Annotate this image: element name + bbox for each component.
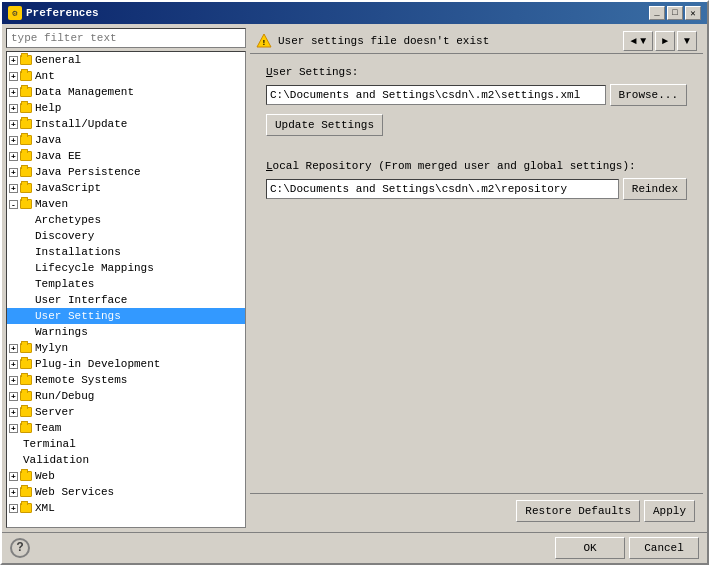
tree-item-validation[interactable]: Validation — [7, 452, 245, 468]
tree-item-templates[interactable]: Templates — [7, 276, 245, 292]
user-settings-input-row: Browse... — [266, 84, 687, 106]
tree-item-general[interactable]: + General — [7, 52, 245, 68]
expander-java-ee[interactable]: + — [9, 152, 18, 161]
expander-mylyn[interactable]: + — [9, 344, 18, 353]
expander-data-mgmt[interactable]: + — [9, 88, 18, 97]
user-settings-input[interactable] — [266, 85, 606, 105]
nav-forward-button[interactable]: ► — [655, 31, 675, 51]
local-repo-input-row: Reindex — [266, 178, 687, 200]
warning-text: User settings file doesn't exist — [278, 35, 489, 47]
ok-button[interactable]: OK — [555, 537, 625, 559]
expander-plugin-dev[interactable]: + — [9, 360, 18, 369]
expander-web-services[interactable]: + — [9, 488, 18, 497]
titlebar-buttons: _ □ ✕ — [649, 6, 701, 20]
tree-item-user-settings[interactable]: User Settings — [7, 308, 245, 324]
folder-icon-java-persistence — [19, 165, 33, 179]
tree-item-terminal[interactable]: Terminal — [7, 436, 245, 452]
expander-terminal — [9, 437, 23, 451]
expander-server[interactable]: + — [9, 408, 18, 417]
titlebar-left: ⚙ Preferences — [8, 6, 99, 20]
top-toolbar: ! User settings file doesn't exist ◄▼ ► … — [250, 28, 703, 54]
tree-item-discovery[interactable]: Discovery — [7, 228, 245, 244]
expander-help[interactable]: + — [9, 104, 18, 113]
local-repo-underline: L — [266, 160, 273, 172]
help-button[interactable]: ? — [10, 538, 30, 558]
tree-label-mylyn: Mylyn — [35, 342, 68, 354]
minimize-button[interactable]: _ — [649, 6, 665, 20]
expander-general[interactable]: + — [9, 56, 18, 65]
nav-dropdown-button[interactable]: ▼ — [677, 31, 697, 51]
nav-back-button[interactable]: ◄▼ — [623, 31, 653, 51]
tree-label-terminal: Terminal — [23, 438, 76, 450]
folder-icon-xml — [19, 501, 33, 515]
user-settings-label-rest: ser Settings: — [273, 66, 359, 78]
folder-icon-web-services — [19, 485, 33, 499]
expander-user-interface — [21, 293, 35, 307]
tree-item-install-update[interactable]: + Install/Update — [7, 116, 245, 132]
expander-ant[interactable]: + — [9, 72, 18, 81]
tree-item-remote-systems[interactable]: + Remote Systems — [7, 372, 245, 388]
tree-item-maven[interactable]: - Maven — [7, 196, 245, 212]
tree-label-plugin-dev: Plug-in Development — [35, 358, 160, 370]
tree-item-archetypes[interactable]: Archetypes — [7, 212, 245, 228]
expander-java[interactable]: + — [9, 136, 18, 145]
expander-install[interactable]: + — [9, 120, 18, 129]
close-button[interactable]: ✕ — [685, 6, 701, 20]
tree-item-xml[interactable]: + XML — [7, 500, 245, 516]
tree-item-lifecycle-mappings[interactable]: Lifecycle Mappings — [7, 260, 245, 276]
expander-team[interactable]: + — [9, 424, 18, 433]
apply-button[interactable]: Apply — [644, 500, 695, 522]
tree-item-installations[interactable]: Installations — [7, 244, 245, 260]
folder-icon-web — [19, 469, 33, 483]
expander-run-debug[interactable]: + — [9, 392, 18, 401]
tree-item-ant[interactable]: + Ant — [7, 68, 245, 84]
tree-item-javascript[interactable]: + JavaScript — [7, 180, 245, 196]
expander-xml[interactable]: + — [9, 504, 18, 513]
maximize-button[interactable]: □ — [667, 6, 683, 20]
tree-item-run-debug[interactable]: + Run/Debug — [7, 388, 245, 404]
right-panel: ! User settings file doesn't exist ◄▼ ► … — [250, 28, 703, 528]
folder-icon-ant — [19, 69, 33, 83]
folder-icon-install — [19, 117, 33, 131]
tree-item-java-ee[interactable]: + Java EE — [7, 148, 245, 164]
warning-area: ! User settings file doesn't exist — [256, 33, 489, 49]
tree-item-warnings[interactable]: Warnings — [7, 324, 245, 340]
folder-icon-server — [19, 405, 33, 419]
tree-item-user-interface[interactable]: User Interface — [7, 292, 245, 308]
update-settings-button[interactable]: Update Settings — [266, 114, 383, 136]
tree-label-javascript: JavaScript — [35, 182, 101, 194]
folder-icon-data-mgmt — [19, 85, 33, 99]
folder-icon-maven — [19, 197, 33, 211]
warning-icon: ! — [256, 33, 272, 49]
main-content: User Settings: Browse... Update Settings… — [250, 54, 703, 493]
expander-lifecycle — [21, 261, 35, 275]
tree-item-web-services[interactable]: + Web Services — [7, 484, 245, 500]
filter-input[interactable] — [6, 28, 246, 48]
window-icon: ⚙ — [8, 6, 22, 20]
expander-archetypes — [21, 213, 35, 227]
tree-label-validation: Validation — [23, 454, 89, 466]
expander-java-persistence[interactable]: + — [9, 168, 18, 177]
tree-item-mylyn[interactable]: + Mylyn — [7, 340, 245, 356]
cancel-button[interactable]: Cancel — [629, 537, 699, 559]
tree-item-java-persistence[interactable]: + Java Persistence — [7, 164, 245, 180]
tree-item-team[interactable]: + Team — [7, 420, 245, 436]
local-repo-input[interactable] — [266, 179, 619, 199]
tree-item-plugin-dev[interactable]: + Plug-in Development — [7, 356, 245, 372]
tree-item-data-mgmt[interactable]: + Data Management — [7, 84, 245, 100]
tree-item-java[interactable]: + Java — [7, 132, 245, 148]
expander-javascript[interactable]: + — [9, 184, 18, 193]
expander-remote-systems[interactable]: + — [9, 376, 18, 385]
expander-web[interactable]: + — [9, 472, 18, 481]
tree-label-lifecycle: Lifecycle Mappings — [35, 262, 154, 274]
browse-button[interactable]: Browse... — [610, 84, 687, 106]
user-settings-underline: U — [266, 66, 273, 78]
tree-item-help[interactable]: + Help — [7, 100, 245, 116]
tree-item-server[interactable]: + Server — [7, 404, 245, 420]
tree-item-web[interactable]: + Web — [7, 468, 245, 484]
reindex-button[interactable]: Reindex — [623, 178, 687, 200]
restore-defaults-button[interactable]: Restore Defaults — [516, 500, 640, 522]
expander-maven[interactable]: - — [9, 200, 18, 209]
folder-icon-java — [19, 133, 33, 147]
bottom-buttons: Restore Defaults Apply — [250, 493, 703, 528]
